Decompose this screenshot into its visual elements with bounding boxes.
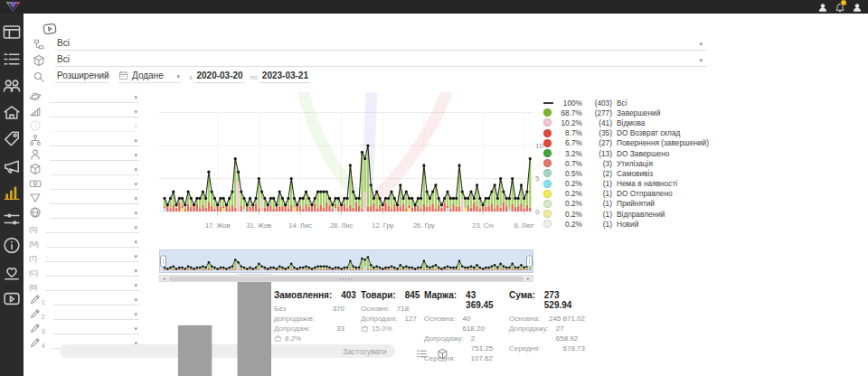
legend-item[interactable]: 8.7%(35)DO Возврат склад: [543, 128, 709, 138]
stat-sub-value: 40 618.20: [462, 314, 493, 334]
bell-icon[interactable]: [835, 1, 845, 12]
filter-panel-row-planet: ▾: [29, 90, 139, 103]
sidebar-item-video-icon[interactable]: [0, 289, 24, 308]
legend-label: Відправлений: [617, 210, 665, 219]
filter-select[interactable]: ▾: [50, 177, 139, 190]
brace-icon: {C}: [29, 268, 38, 277]
brace-icon: {M}: [29, 240, 39, 248]
profile-icon[interactable]: [817, 1, 828, 12]
legend-item[interactable]: 0.2%(1)Відправлений: [543, 209, 709, 219]
pencil-icon: [29, 336, 42, 349]
search-icon[interactable]: [33, 70, 45, 83]
stat-sub-label: Основна:: [509, 314, 540, 324]
legend-item[interactable]: 6.7%(27)Повернення (завершений): [543, 138, 709, 148]
filter-select[interactable]: ▾: [50, 192, 139, 204]
chevron-down-icon: ▾: [134, 94, 137, 101]
pencil-sub-index: 3: [42, 328, 45, 334]
money-icon: [29, 177, 42, 190]
watermark-logo: [304, 92, 447, 203]
legend-item[interactable]: 10.2%(41)Відмова: [543, 118, 709, 127]
filter-select[interactable]: ▾: [50, 148, 139, 161]
stat-sub-label: Основна:: [424, 314, 455, 334]
product-filter-value: Всі: [57, 54, 70, 64]
legend-swatch-icon: [543, 129, 552, 137]
legend-item[interactable]: 100%(403)Всі: [543, 98, 709, 108]
sidebar-item-info-icon[interactable]: [0, 236, 24, 255]
list-view-icon[interactable]: [416, 347, 428, 359]
y-tick-label: 10: [535, 142, 543, 150]
account-icon[interactable]: [852, 1, 863, 12]
pencil-icon: [29, 307, 42, 320]
chevron-down-icon: ▾: [176, 73, 180, 80]
chart-scrollbar[interactable]: ◂ ▸: [159, 275, 533, 282]
product-filter-select[interactable]: Всі ▾: [55, 54, 706, 67]
status-filter-select[interactable]: Всі ▾: [55, 38, 706, 51]
top-bar: [0, 0, 868, 14]
legend-item[interactable]: 0.7%(3)Утилізація: [543, 158, 709, 168]
legend-count: (35): [585, 128, 612, 137]
x-tick-label: 28. Лис: [326, 221, 357, 230]
legend-item[interactable]: 0.5%(2)Самовивіз: [543, 168, 709, 178]
filter-panel-row-person: ▾: [29, 148, 139, 161]
sidebar-item-megaphone-icon[interactable]: [0, 156, 24, 175]
legend-item[interactable]: 0.2%(1)Нема в наявності: [543, 179, 709, 189]
legend-label: Повернення (завершений): [617, 138, 709, 147]
filter-row-product: Всі ▾: [33, 54, 706, 67]
filter-panel-row-sitemap: ▾: [29, 134, 139, 146]
flow-icon: [33, 38, 45, 51]
legend-item[interactable]: 3.2%(13)DO Завершено: [543, 148, 709, 158]
chevron-down-icon: ▾: [699, 57, 703, 64]
scroll-left-icon[interactable]: ◂: [160, 276, 168, 281]
stat-value: 403: [341, 290, 356, 300]
package-view-icon[interactable]: [437, 347, 448, 359]
legend-percent: 8.7%: [556, 128, 582, 137]
filter-panel-row-ramp-chart: ▾: [29, 105, 139, 118]
legend-percent: 6.7%: [556, 138, 582, 147]
sidebar-item-store-icon[interactable]: [0, 103, 24, 122]
legend-item[interactable]: 0.2%(1)Новий: [543, 219, 709, 229]
chevron-down-icon: ▾: [134, 195, 137, 202]
filter-select[interactable]: ▾: [50, 163, 139, 175]
chevron-down-icon: ▾: [134, 137, 137, 145]
date-from-input[interactable]: 2020-03-20: [194, 70, 244, 83]
sidebar-item-sliders-icon[interactable]: [0, 210, 24, 229]
filter-select[interactable]: ▾: [50, 119, 139, 132]
stat-value: 43 369.45: [466, 290, 494, 310]
sidebar-item-loyalty-icon[interactable]: [0, 263, 24, 282]
filter-select[interactable]: ▾: [50, 134, 139, 146]
stat-column: Сума:273 529.94Основна:245 871.02Допрода…: [509, 290, 585, 363]
sidebar-item-dashboard-icon[interactable]: [0, 23, 24, 42]
sidebar-item-orders-list-icon[interactable]: [0, 50, 24, 69]
date-to-input[interactable]: 2023-03-21: [260, 70, 310, 83]
sidebar-item-users-icon[interactable]: [0, 76, 24, 95]
legend-label: Прийнятий: [617, 199, 655, 208]
legend-item[interactable]: 0.2%(1)Прийнятий: [543, 199, 709, 209]
date-field-select[interactable]: Додане ▾: [118, 70, 182, 83]
date-from-prefix: з: [189, 73, 192, 81]
stat-sub-value: 678.73: [563, 343, 585, 353]
stat-title: Сума:: [509, 290, 535, 310]
legend-item[interactable]: 0.2%(1)DO Отправлено: [543, 189, 709, 199]
pencil-sub-index: 1: [42, 299, 45, 306]
x-tick-label: 6. Лют: [509, 221, 540, 230]
calendar-icon: [118, 70, 128, 80]
video-tag-icon[interactable]: [39, 21, 61, 38]
sidebar-item-price-tag-icon[interactable]: [0, 129, 24, 148]
brand-logo-icon[interactable]: [5, 1, 22, 13]
sidebar-item-analytics-chart-icon[interactable]: [0, 183, 24, 202]
orders-chart[interactable]: [159, 92, 533, 219]
legend-count: (27): [585, 138, 612, 147]
x-tick-label: 12. Гру: [367, 221, 398, 230]
legend-item[interactable]: 68.7%(277)Завершений: [543, 108, 709, 118]
search-mode-select[interactable]: Розширений ▾: [55, 70, 109, 83]
filter-select[interactable]: ▾: [50, 90, 139, 103]
brace-icon: {S}: [29, 225, 37, 233]
scroll-right-icon[interactable]: ▸: [524, 276, 533, 281]
legend-count: (1): [585, 220, 612, 229]
stat-sub-value: 718: [397, 304, 409, 314]
legend-swatch-icon: [543, 169, 552, 177]
chart-navigator[interactable]: [159, 249, 533, 273]
legend-label: Самовивіз: [617, 169, 653, 178]
scrollbar-thumb[interactable]: [169, 277, 524, 281]
filter-select[interactable]: ▾: [50, 105, 139, 118]
